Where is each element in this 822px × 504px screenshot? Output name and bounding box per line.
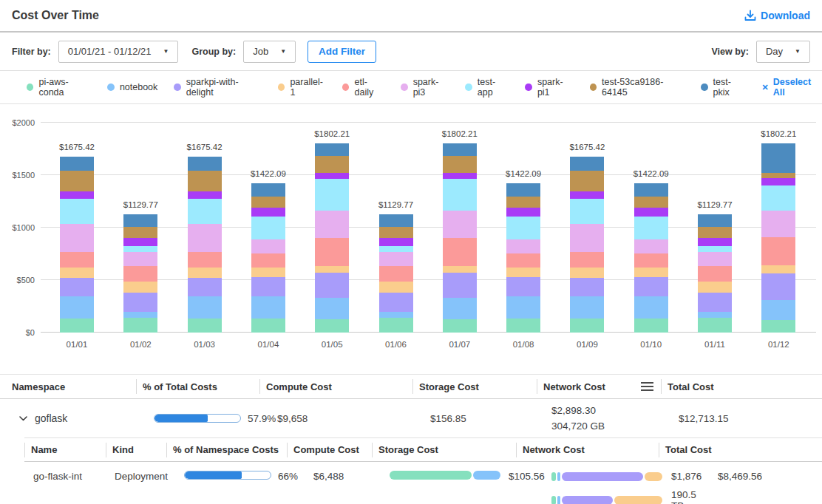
chart-bar-01/03[interactable] [188,157,222,333]
group-by-select[interactable]: Job ▼ [243,41,296,63]
legend-item-sparkpi-with-delight[interactable]: sparkpi-with-delight [174,77,262,98]
network-volume-bar [551,496,662,504]
bar-segment-test-53ca9186-64145 [123,227,157,238]
chart-bar-01/06[interactable] [379,214,413,333]
workload-name-cell: go-flask-int [24,471,106,504]
legend-swatch-icon [525,84,531,91]
namespace-cell[interactable]: goflask [0,412,136,424]
chart-bar-01/09[interactable] [570,157,604,333]
bar-segment-spark-pi1 [379,238,413,247]
column-header-4: Storage Cost [412,379,537,394]
gridline [41,122,816,123]
nested-column-header-1: Name [24,443,106,457]
bar-segment-etl-daily [123,266,157,282]
deselect-all-button[interactable]: ✕Deselect All [762,77,822,98]
table-row-go-flask-int[interactable]: go-flask-int Deployment 66% $6,488 $105.… [24,462,822,504]
download-button[interactable]: Download [744,10,810,21]
bar-total-label: $1675.42 [171,143,238,151]
nested-column-header-4: Compute Cost [287,443,372,457]
legend-label: etl-daily [354,77,384,98]
bar-total-label: $1675.42 [44,143,110,151]
add-filter-button[interactable]: Add Filter [308,41,376,63]
group-by-value: Job [253,46,268,57]
bar-segment-test-53ca9186-64145 [634,197,668,208]
bar-segment-test-pkix [315,143,349,156]
legend-swatch-icon [174,84,180,91]
chart-bar-01/02[interactable] [123,214,157,333]
bar-segment-spark-pi3 [251,239,285,254]
chart-bar-01/07[interactable] [443,143,477,333]
legend-item-notebook[interactable]: notebook [107,82,157,92]
legend-swatch-icon [701,84,707,91]
bar-total-label: $1802.21 [745,129,812,138]
namespace-cost-table: Namespace% of Total CostsCompute CostSto… [0,374,822,504]
legend-label: test-pkix [713,77,746,98]
bar-segment-test-53ca9186-64145 [443,156,477,173]
bar-segment-parallel-1 [570,268,604,279]
nested-column-header-5: Storage Cost [372,443,516,457]
date-range-value: 01/01/21 - 01/12/21 [68,46,152,57]
download-icon [744,10,756,21]
bar-segment-test-pkix [379,214,413,227]
bar-segment-test-53ca9186-64145 [60,171,94,191]
bar-segment-test-app [188,199,222,224]
bar-segment-test-53ca9186-64145 [188,171,222,191]
view-by-select[interactable]: Day ▼ [756,41,810,63]
legend-item-test-53ca9186-64145[interactable]: test-53ca9186-64145 [590,77,685,98]
date-range-select[interactable]: 01/01/21 - 01/12/21 ▼ [58,41,179,63]
y-axis-tick-label: $1500 [12,171,35,180]
bar-segment-test-app [379,246,413,252]
chart-bar-01/08[interactable] [506,183,540,333]
chevron-down-icon[interactable] [19,416,27,421]
legend-swatch-icon [590,84,597,91]
bar-segment-spark-pi1 [698,238,732,247]
legend-swatch-icon [107,84,115,91]
bar-segment-test-app [506,217,540,239]
compute-cost-cell: $6,488 [287,471,372,504]
bar-segment-test-53ca9186-64145 [761,173,795,179]
table-row-goflask[interactable]: goflask 57.9% $9,658 $156.85 $2,898.30 3… [0,399,822,437]
view-by-label: View by: [711,47,748,57]
legend-item-test-app[interactable]: test-app [465,77,509,98]
y-axis-tick-label: $1000 [12,223,35,232]
mini-bar-segment [390,471,472,480]
chart-bar-01/12[interactable] [761,143,795,333]
bar-segment-parallel-1 [188,268,222,279]
column-header-label: Storage Cost [419,381,479,392]
bar-segment-test-53ca9186-64145 [506,197,540,208]
bar-segment-test-pkix [761,143,795,172]
chart-bar-01/04[interactable] [251,183,285,333]
legend-item-etl-daily[interactable]: etl-daily [342,77,384,98]
bar-segment-sparkpi-with-delight [570,278,604,296]
bar-total-label: $1422.09 [490,169,557,178]
legend-item-test-pkix[interactable]: test-pkix [701,77,745,98]
chart-bar-01/01[interactable] [60,157,94,333]
group-by-label: Group by: [191,47,236,57]
bar-segment-test-app [60,199,94,224]
bar-segment-spark-pi1 [570,191,604,199]
legend-item-pi-aws-conda[interactable]: pi-aws-conda [27,77,91,98]
legend-swatch-icon [27,84,33,91]
legend-swatch-icon [465,84,472,91]
bar-segment-test-app [634,217,668,239]
chart-bar-01/10[interactable] [634,183,668,333]
x-axis-tick-label: 01/09 [561,340,613,349]
nested-column-header-7: Total Cost [659,443,822,457]
legend-item-parallel-1[interactable]: parallel-1 [278,77,326,98]
bar-segment-spark-pi1 [60,191,94,199]
legend-item-spark-pi1[interactable]: spark-pi1 [525,77,573,98]
nested-column-header-3: % of Namespace Costs [166,443,287,457]
bar-segment-pi-aws-conda [570,319,604,333]
legend-item-spark-pi3[interactable]: spark-pi3 [401,77,449,98]
chart-bar-01/05[interactable] [315,143,349,333]
view-by-value: Day [766,46,783,57]
bar-segment-test-pkix [570,157,604,171]
chart-bar-01/11[interactable] [698,214,732,333]
bar-segment-test-53ca9186-64145 [315,156,349,173]
close-icon: ✕ [762,83,769,92]
storage-cost-bar [390,471,500,480]
bar-segment-notebook [634,296,668,319]
y-axis-tick-label: $0 [26,328,35,337]
bar-segment-spark-pi1 [123,238,157,247]
column-settings-icon[interactable] [641,382,653,391]
